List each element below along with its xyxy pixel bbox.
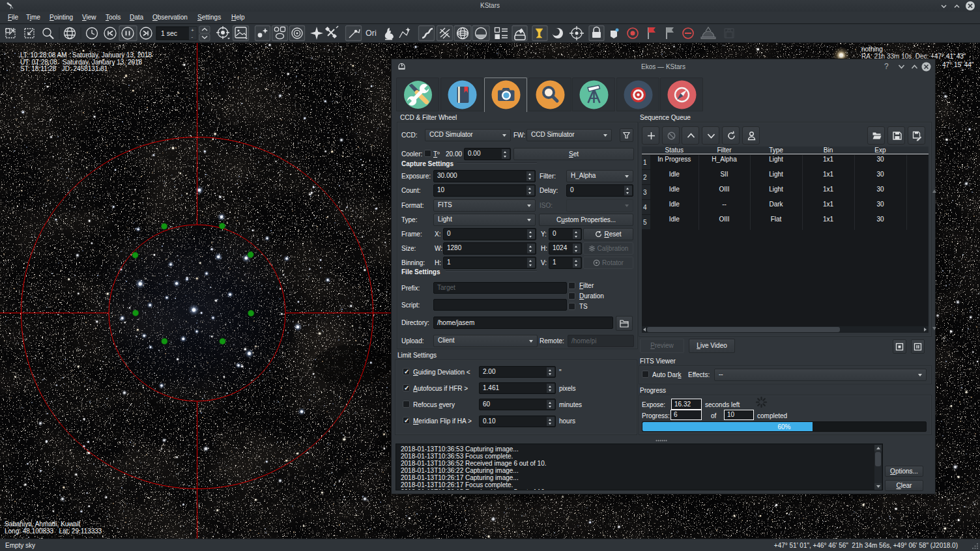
svg-text:-: - [192, 34, 194, 40]
svg-text:Ori: Ori [366, 29, 377, 38]
svg-text:1 sec: 1 sec [161, 29, 177, 37]
svg-text:+: + [191, 27, 194, 33]
